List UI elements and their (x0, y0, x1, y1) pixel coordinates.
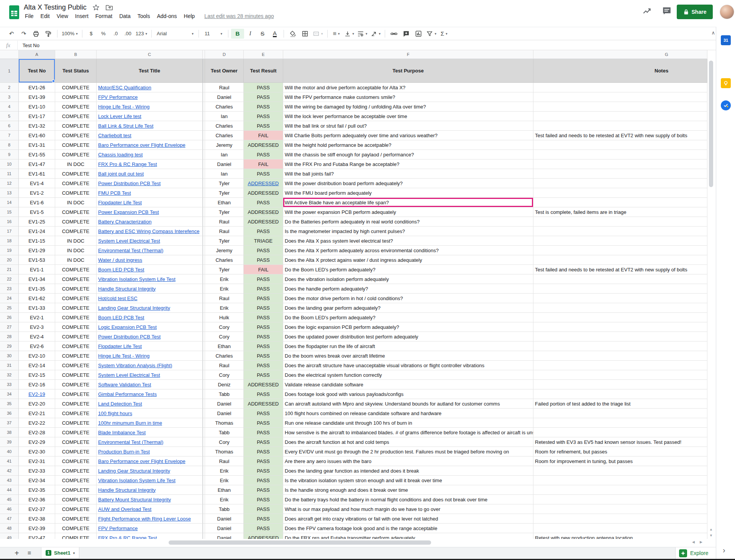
cell-C14[interactable]: Flopdapter Life Test (97, 198, 203, 207)
cell-D11[interactable]: Ian (205, 169, 244, 179)
cell-E46[interactable]: PASS (244, 504, 283, 514)
cell-A46[interactable]: EV2-37 (19, 504, 55, 514)
cell-E23[interactable]: PASS (244, 284, 283, 294)
cell-D22[interactable]: Erik (205, 274, 244, 284)
cell-A33[interactable]: EV2-16 (19, 380, 55, 389)
cell-D31[interactable]: Raul (205, 361, 244, 370)
cell-E48[interactable]: PASS (244, 524, 283, 533)
cell-A26[interactable]: EV2-1 (19, 313, 55, 322)
cell-A30[interactable]: EV2-10 (19, 351, 55, 361)
cell-A36[interactable]: EV2-21 (19, 409, 55, 418)
cell-G12[interactable] (533, 179, 707, 188)
cell-E15[interactable]: ADDRESSED (244, 207, 283, 217)
row-header-10[interactable]: 10 (0, 159, 19, 169)
cell-E25[interactable]: PASS (244, 303, 283, 313)
cell-E28[interactable]: PASS (244, 332, 283, 342)
cell-E35[interactable]: ADDRESSED (244, 399, 283, 409)
cell-C16[interactable]: Battery Characterization (97, 217, 203, 227)
cell-C34[interactable]: Gimbal Performance Tests (97, 389, 203, 399)
row-header-31[interactable]: 31 (0, 361, 19, 370)
cell-G15[interactable]: Test is complete, failed items are in tr… (533, 207, 707, 217)
cell-A20[interactable]: EV1-53 (19, 255, 55, 265)
cell-B14[interactable]: IN DOC (55, 198, 97, 207)
cell-D42[interactable]: Erik (205, 466, 244, 476)
cell-D32[interactable]: Cory (205, 370, 244, 380)
cell-B47[interactable]: COMPLETE (55, 514, 97, 524)
row-header-13[interactable]: 13 (0, 188, 19, 198)
cell-E22[interactable]: PASS (244, 274, 283, 284)
cell-C3[interactable]: FPV Performance (97, 92, 203, 102)
cell-A34[interactable]: EV2-19 (19, 389, 55, 399)
cell-A25[interactable]: EV1-33 (19, 303, 55, 313)
calendar-icon[interactable]: 31 (721, 35, 731, 45)
cell-C38[interactable]: Blade Imbalance Test (97, 428, 203, 437)
increase-decimal-icon[interactable]: .00 (122, 29, 134, 39)
cell-B48[interactable]: COMPLETE (55, 524, 97, 533)
row-header-5[interactable]: 5 (0, 112, 19, 121)
cell-A2[interactable]: EV1-26 (19, 83, 55, 92)
create-filter-icon[interactable]: ▾ (425, 29, 438, 39)
cell-B28[interactable]: COMPLETE (55, 332, 97, 342)
cell-E37[interactable]: PASS (244, 418, 283, 428)
row-header-6[interactable]: 6 (0, 121, 19, 131)
cell-C1[interactable]: Test Title (97, 59, 203, 83)
cell-F32[interactable]: Does the electrical system function corr… (283, 370, 533, 380)
text-wrap-select[interactable]: ▾ (356, 29, 369, 39)
menu-insert[interactable]: Insert (72, 12, 92, 20)
menu-data[interactable]: Data (116, 12, 134, 20)
cell-A9[interactable]: EV1-55 (19, 150, 55, 159)
cell-B37[interactable]: COMPLETE (55, 418, 97, 428)
column-header-G[interactable]: G (533, 50, 707, 59)
cell-F17[interactable]: Is the magnetometer impacted by high cur… (283, 227, 533, 236)
row-header-32[interactable]: 32 (0, 370, 19, 380)
font-size-select[interactable]: 11▾ (202, 29, 225, 39)
cell-D35[interactable]: Daniel (205, 399, 244, 409)
cell-C9[interactable]: Chassis loading test (97, 150, 203, 159)
cell-C20[interactable]: Water / dust ingress (97, 255, 203, 265)
cell-D7[interactable]: Charles (205, 131, 244, 140)
cell-B8[interactable]: COMPLETE (55, 140, 97, 150)
row-header-48[interactable]: 48 (0, 524, 19, 533)
print-icon[interactable] (30, 29, 42, 39)
cell-D10[interactable]: Daniel (205, 159, 244, 169)
cell-C28[interactable]: Power Distribution PCB Test (97, 332, 203, 342)
cell-G42[interactable] (533, 466, 707, 476)
cell-C21[interactable]: Boom LED PCB Test (97, 265, 203, 274)
cell-E42[interactable]: PASS (244, 466, 283, 476)
cell-D2[interactable]: Raul (205, 83, 244, 92)
cell-F28[interactable]: Does the updated power distribution test… (283, 332, 533, 342)
cell-D21[interactable]: Tyler (205, 265, 244, 274)
merge-cells-icon[interactable]: ▾ (311, 29, 325, 39)
cell-F13[interactable]: Will the FMU board perform adequately (283, 188, 533, 198)
row-header-28[interactable]: 28 (0, 332, 19, 342)
cell-C29[interactable]: Flopdapter Life Test (97, 342, 203, 351)
cell-A40[interactable]: EV2-30 (19, 447, 55, 457)
row-header-38[interactable]: 38 (0, 428, 19, 437)
cell-F27[interactable]: Does the logic expansion PCB perform ade… (283, 322, 533, 332)
cell-B39[interactable]: COMPLETE (55, 437, 97, 447)
cell-E16[interactable]: ADDRESSED (244, 217, 283, 227)
cell-F35[interactable]: Can aircraft autoland with Mpro and skyv… (283, 399, 533, 409)
sheet-tab-sheet1[interactable]: 1 Sheet1 ▾ (41, 547, 79, 559)
row-header-3[interactable]: 3 (0, 92, 19, 102)
cell-G3[interactable] (533, 92, 707, 102)
cell-D5[interactable]: Ian (205, 112, 244, 121)
cell-G21[interactable]: Test failed and needs to be retested at … (533, 265, 707, 274)
cell-D14[interactable]: Ethan (205, 198, 244, 207)
cell-G40[interactable]: Room for refinement, but passes (533, 447, 707, 457)
move-to-folder-icon[interactable] (105, 4, 113, 11)
row-header-19[interactable]: 19 (0, 246, 19, 255)
cell-E7[interactable]: FAIL (244, 131, 283, 140)
row-header-36[interactable]: 36 (0, 409, 19, 418)
redo-icon[interactable]: ↷ (18, 29, 30, 39)
cell-B20[interactable]: IN DOC (55, 255, 97, 265)
cell-F4[interactable]: Will the wiring be damaged by folding / … (283, 102, 533, 112)
cell-F36[interactable]: 100 flight hours combined on release can… (283, 409, 533, 418)
column-header-F[interactable]: F (283, 50, 533, 59)
row-header-1[interactable]: 1 (0, 59, 19, 83)
cell-A41[interactable]: EV2-31 (19, 457, 55, 466)
cell-F7[interactable]: Will Charlie Bolts perform adequately ov… (283, 131, 533, 140)
row-header-26[interactable]: 26 (0, 313, 19, 322)
cell-D29[interactable]: Ethan (205, 342, 244, 351)
cell-C48[interactable]: FPV Performance (97, 524, 203, 533)
